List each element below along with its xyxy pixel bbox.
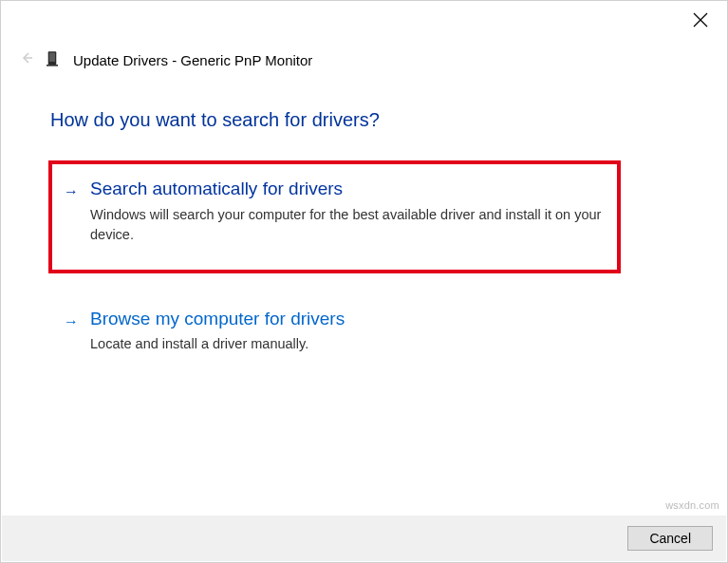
dialog-title: Update Drivers - Generic PnP Monitor [73, 52, 312, 68]
options-list: → Search automatically for drivers Windo… [48, 160, 621, 396]
option-body: Search automatically for drivers Windows… [90, 178, 602, 245]
arrow-right-icon: → [64, 310, 79, 334]
driver-update-dialog: Update Drivers - Generic PnP Monitor How… [0, 0, 728, 563]
watermark: wsxdn.com [665, 499, 719, 511]
option-search-automatically[interactable]: → Search automatically for drivers Windo… [48, 160, 621, 273]
option-body: Browse my computer for drivers Locate an… [90, 308, 602, 355]
svg-rect-5 [47, 65, 58, 66]
option-description: Windows will search your computer for th… [90, 205, 602, 245]
option-title: Browse my computer for drivers [90, 308, 602, 331]
option-description: Locate and install a driver manually. [90, 334, 602, 354]
option-title: Search automatically for drivers [90, 178, 602, 201]
back-arrow-icon[interactable] [20, 51, 33, 68]
arrow-right-icon: → [64, 179, 79, 204]
monitor-icon [47, 50, 60, 69]
option-browse-computer[interactable]: → Browse my computer for drivers Locate … [48, 291, 621, 380]
cancel-button[interactable]: Cancel [627, 526, 713, 551]
dialog-footer: Cancel [2, 516, 726, 561]
close-icon [693, 12, 708, 28]
dialog-header: Update Drivers - Generic PnP Monitor [20, 50, 699, 69]
close-button[interactable] [693, 12, 708, 28]
page-heading: How do you want to search for drivers? [50, 109, 380, 131]
svg-rect-4 [49, 53, 55, 62]
